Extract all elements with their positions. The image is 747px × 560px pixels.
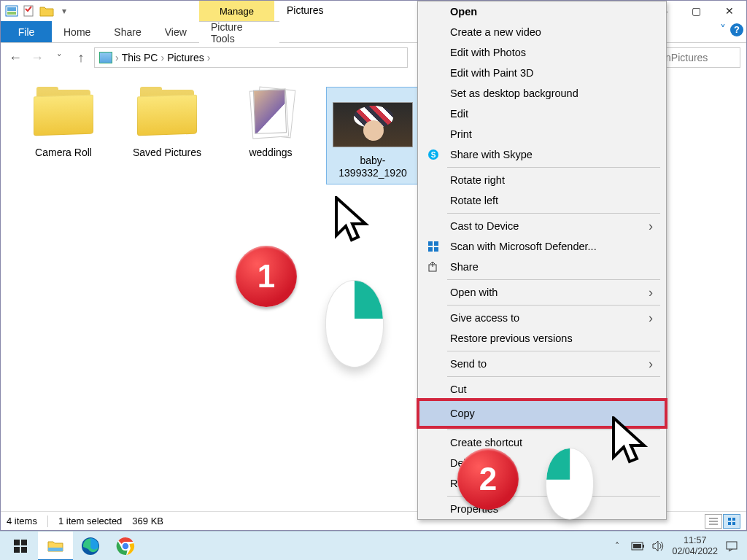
forward-button[interactable]: → — [28, 49, 46, 66]
svg-rect-18 — [21, 547, 27, 553]
submenu-arrow-icon: › — [649, 219, 653, 234]
image-baby[interactable]: baby-1399332_1920 — [326, 87, 419, 184]
svg-rect-2 — [7, 12, 16, 15]
svg-rect-19 — [48, 548, 63, 551]
menu-item-label: Cast to Device — [450, 220, 519, 232]
menu-item-label: Restore previous versions — [450, 332, 573, 344]
menu-item-label: Edit with Photos — [450, 47, 526, 58]
item-label: Saved Pictures — [116, 147, 218, 159]
menu-item-open[interactable]: Open — [418, 1, 666, 22]
tab-view[interactable]: View — [153, 21, 198, 42]
tray-chevron-icon[interactable]: ˄ — [611, 540, 624, 553]
menu-item-edit-with-photos[interactable]: Edit with Photos — [418, 42, 666, 63]
svg-rect-16 — [21, 540, 27, 545]
menu-item-restore-previous-versions[interactable]: Restore previous versions — [418, 328, 666, 349]
search-input[interactable]: n Pictures — [660, 47, 740, 68]
tray-time: 11:57 — [672, 535, 718, 545]
svg-rect-27 — [727, 542, 737, 549]
annotation-mouse-leftclick — [546, 448, 593, 519]
ribbon-right-controls: ˅ ? — [720, 23, 743, 36]
close-button[interactable]: ✕ — [713, 1, 746, 21]
expand-ribbon-icon[interactable]: ˅ — [720, 23, 726, 36]
menu-item-label: Share with Skype — [450, 149, 533, 160]
breadcrumb[interactable]: › This PC › Pictures › — [94, 47, 408, 68]
menu-item-properties[interactable]: Properties — [418, 499, 666, 519]
view-mode-toggles — [705, 514, 740, 529]
menu-item-rename[interactable]: Rename — [418, 473, 666, 494]
svg-rect-25 — [643, 545, 644, 548]
svg-rect-11 — [434, 241, 438, 246]
tab-home[interactable]: Home — [52, 21, 102, 42]
submenu-arrow-icon: › — [649, 357, 653, 372]
share-icon — [427, 260, 440, 273]
help-icon[interactable]: ? — [730, 23, 743, 36]
menu-item-rotate-right[interactable]: Rotate right — [418, 170, 666, 190]
menu-item-cut[interactable]: Cut — [418, 379, 666, 400]
tab-share[interactable]: Share — [102, 21, 152, 42]
menu-item-label: Scan with Microsoft Defender... — [450, 241, 597, 252]
window-title: Pictures — [287, 4, 324, 16]
menu-separator — [447, 213, 660, 214]
back-button[interactable]: ← — [7, 49, 24, 66]
folder-icon — [239, 87, 302, 139]
menu-item-label: Send to — [450, 358, 487, 370]
location-icon — [99, 52, 112, 63]
volume-icon[interactable] — [651, 540, 665, 553]
folder-icon — [136, 87, 198, 139]
menu-item-label: Create a new video — [450, 26, 541, 38]
folder-weddings[interactable]: weddings — [220, 87, 322, 159]
menu-item-set-as-desktop-background[interactable]: Set as desktop background — [418, 83, 666, 104]
menu-item-label: Set as desktop background — [450, 88, 578, 99]
quick-access-toolbar: ▾ — [1, 3, 75, 19]
taskbar-chrome[interactable] — [108, 532, 143, 561]
taskbar-explorer[interactable] — [38, 532, 73, 561]
tray-clock[interactable]: 11:57 02/04/2022 — [672, 535, 718, 556]
menu-separator — [447, 351, 660, 351]
menu-item-give-access-to[interactable]: Give access to› — [418, 308, 666, 328]
battery-icon[interactable] — [631, 540, 644, 553]
menu-item-share-with-skype[interactable]: Share with SkypeS — [418, 144, 666, 165]
annotation-step-1: 1 — [236, 246, 297, 307]
menu-item-create-a-new-video[interactable]: Create a new video — [418, 22, 666, 42]
recent-locations-button[interactable]: ˅ — [50, 49, 68, 66]
breadcrumb-pictures[interactable]: Pictures — [167, 52, 204, 63]
menu-separator — [447, 167, 660, 168]
search-placeholder: Pictures — [671, 52, 708, 63]
menu-item-send-to[interactable]: Send to› — [418, 354, 666, 374]
up-button[interactable]: ↑ — [72, 49, 90, 66]
menu-item-rotate-left[interactable]: Rotate left — [418, 190, 666, 211]
menu-item-edit-with-paint-3d[interactable]: Edit with Paint 3D — [418, 63, 666, 83]
folder-saved-pictures[interactable]: Saved Pictures — [116, 87, 218, 159]
submenu-arrow-icon: › — [649, 311, 653, 326]
menu-item-edit[interactable]: Edit — [418, 104, 666, 124]
menu-item-label: Share — [450, 261, 479, 273]
menu-item-print[interactable]: Print — [418, 124, 666, 144]
qat-dropdown-icon[interactable]: ▾ — [56, 3, 72, 19]
menu-item-scan-with-microsoft-defender[interactable]: Scan with Microsoft Defender... — [418, 236, 666, 257]
menu-item-label: Open with — [450, 287, 498, 298]
notifications-icon[interactable] — [725, 540, 738, 553]
breadcrumb-this-pc[interactable]: This PC — [122, 52, 158, 63]
thumbnails-view-button[interactable] — [723, 514, 740, 529]
details-view-button[interactable] — [705, 514, 722, 529]
folder-camera-roll[interactable]: Camera Roll — [12, 87, 115, 159]
properties-icon[interactable] — [21, 3, 37, 19]
svg-rect-1 — [7, 7, 16, 11]
file-tab[interactable]: File — [1, 21, 52, 42]
app-icon[interactable] — [4, 3, 20, 19]
menu-item-share[interactable]: Share — [418, 257, 666, 277]
explorer-window: ▾ Manage Pictures — ▢ ✕ File Home Share … — [0, 0, 747, 531]
menu-item-open-with[interactable]: Open with› — [418, 282, 666, 303]
start-button[interactable] — [3, 532, 38, 561]
status-size: 369 KB — [132, 516, 163, 526]
tray-date: 02/04/2022 — [672, 546, 718, 556]
svg-rect-12 — [428, 247, 433, 252]
new-folder-icon[interactable] — [39, 3, 55, 19]
maximize-button[interactable]: ▢ — [679, 1, 713, 21]
menu-item-cast-to-device[interactable]: Cast to Device› — [418, 216, 666, 236]
tab-picture-tools[interactable]: Picture Tools — [199, 21, 279, 43]
taskbar-edge[interactable] — [73, 532, 108, 561]
svg-rect-7 — [732, 522, 735, 525]
annotation-mouse-rightclick — [326, 281, 383, 367]
menu-separator — [447, 305, 660, 306]
